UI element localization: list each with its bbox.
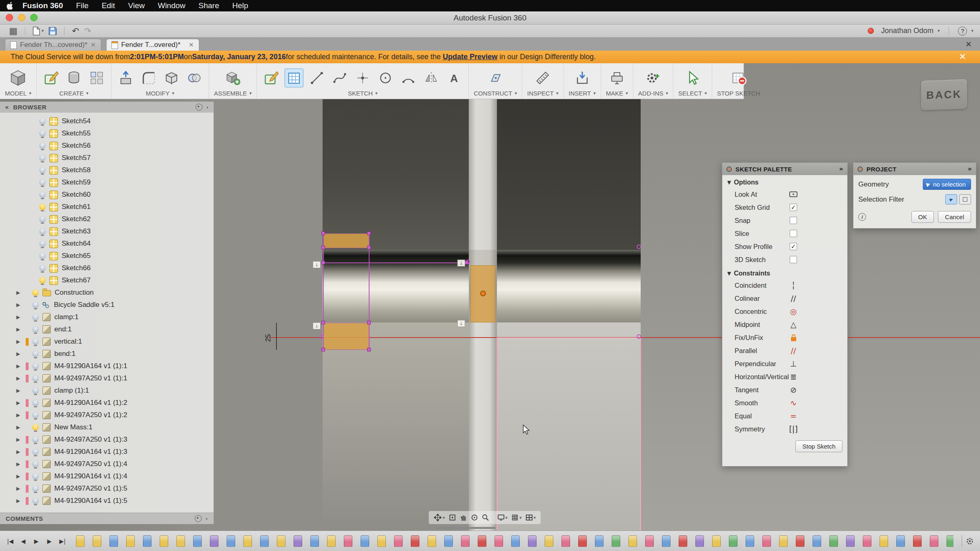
grid-and-snaps-icon[interactable]: ▾ bbox=[510, 512, 523, 523]
menu-item-edit[interactable]: Edit bbox=[95, 1, 122, 10]
sketch-handle[interactable] bbox=[367, 231, 371, 235]
ribbon-group-label[interactable]: MODEL▾ bbox=[5, 90, 31, 98]
coincident-constraint-icon[interactable]: ╎ bbox=[791, 281, 795, 290]
timeline-feature-item[interactable] bbox=[461, 535, 470, 547]
browser-item[interactable]: Sketch55 bbox=[0, 127, 214, 140]
model-workspace-icon[interactable] bbox=[5, 67, 31, 89]
timeline-feature-item[interactable] bbox=[779, 535, 788, 547]
visibility-bulb-icon[interactable] bbox=[32, 412, 39, 418]
fix-unfix-lock-icon[interactable] bbox=[791, 337, 796, 341]
make-icon[interactable] bbox=[608, 69, 626, 87]
timeline-step-back-button[interactable]: ◀ bbox=[18, 536, 29, 547]
visibility-bulb-icon[interactable] bbox=[32, 498, 39, 504]
palette-row[interactable]: Horizontal/Vertical≣ bbox=[722, 370, 847, 383]
palette-row[interactable]: Tangent⊘ bbox=[722, 383, 847, 396]
ribbon-group-label[interactable]: CREATE▾ bbox=[59, 90, 88, 98]
browser-item[interactable]: ▶M4-92497A250 v1 (1):1 bbox=[0, 372, 214, 384]
dimension-label[interactable]: 25 bbox=[264, 334, 272, 342]
select-cursor-icon[interactable] bbox=[683, 69, 702, 87]
palette-row[interactable]: Midpoint△ bbox=[722, 318, 847, 331]
visibility-bulb-icon[interactable] bbox=[39, 155, 46, 161]
timeline-feature-item[interactable] bbox=[160, 535, 168, 547]
palette-row[interactable]: Snap bbox=[722, 214, 847, 227]
text-icon[interactable]: A bbox=[445, 69, 463, 87]
ribbon-group-label[interactable]: MAKE▾ bbox=[606, 90, 628, 98]
navbar-scrollbar[interactable] bbox=[436, 527, 496, 529]
fillet-icon[interactable] bbox=[139, 69, 158, 87]
ribbon-group-label[interactable]: ADD-INS▾ bbox=[638, 90, 668, 98]
selection-filter-button-active[interactable] bbox=[945, 194, 957, 204]
cancel-button[interactable]: Cancel bbox=[938, 211, 971, 223]
menu-item-window[interactable]: Window bbox=[151, 1, 192, 10]
sketch-line[interactable] bbox=[323, 262, 469, 263]
visibility-bulb-icon[interactable] bbox=[32, 449, 39, 455]
visibility-bulb-icon[interactable] bbox=[39, 179, 46, 186]
expand-arrow-icon[interactable]: ▶ bbox=[16, 290, 22, 295]
orbit-icon[interactable] bbox=[470, 512, 479, 523]
sketch-endpoint[interactable] bbox=[466, 260, 470, 264]
stop-sketch-icon[interactable] bbox=[729, 69, 748, 87]
circle-icon[interactable] bbox=[376, 69, 395, 87]
browser-item[interactable]: Sketch62 bbox=[0, 213, 214, 225]
comments-add-icon[interactable] bbox=[195, 515, 202, 522]
browser-item[interactable]: Sketch61 bbox=[0, 201, 214, 213]
ribbon-group-label[interactable]: INSPECT▾ bbox=[527, 90, 559, 98]
comments-bar[interactable]: COMMENTS › bbox=[0, 513, 214, 524]
timeline-feature-item[interactable] bbox=[494, 535, 503, 547]
sketch-handle[interactable] bbox=[321, 321, 325, 324]
banner-close-icon[interactable]: ✕ bbox=[959, 52, 966, 62]
constraint-marker-icon[interactable]: ⊥ bbox=[313, 261, 321, 268]
zoom-window-button[interactable] bbox=[30, 14, 38, 21]
pan-icon[interactable]: ▾ bbox=[433, 512, 446, 523]
visibility-bulb-icon[interactable] bbox=[39, 167, 46, 173]
equal-constraint-icon[interactable]: = bbox=[790, 411, 797, 420]
ribbon-group-label[interactable]: SKETCH▾ bbox=[348, 90, 377, 98]
ok-button[interactable]: OK bbox=[911, 211, 934, 223]
browser-item[interactable]: Sketch64 bbox=[0, 238, 214, 250]
timeline-feature-item[interactable] bbox=[628, 535, 637, 547]
browser-item[interactable]: Sketch56 bbox=[0, 140, 214, 152]
info-icon[interactable]: i bbox=[858, 213, 866, 221]
timeline-feature-item[interactable] bbox=[377, 535, 386, 547]
timeline-feature-item[interactable] bbox=[176, 535, 185, 547]
browser-item[interactable]: ▶M4-91290A164 v1 (1):1 bbox=[0, 360, 214, 372]
browser-item[interactable]: ▶end:1 bbox=[0, 323, 214, 335]
timeline-feature-item[interactable] bbox=[227, 535, 235, 547]
sketch-handle[interactable] bbox=[321, 261, 325, 264]
smooth-constraint-icon[interactable]: ∿ bbox=[790, 398, 797, 407]
timeline-feature-item[interactable] bbox=[813, 535, 821, 547]
create-pattern-icon[interactable] bbox=[87, 69, 106, 87]
measure-icon[interactable] bbox=[533, 69, 552, 87]
save-icon[interactable] bbox=[49, 27, 57, 35]
zoom-icon[interactable] bbox=[481, 512, 490, 523]
browser-item[interactable]: Sketch57 bbox=[0, 152, 214, 164]
browser-item[interactable]: Sketch63 bbox=[0, 225, 214, 238]
help-icon[interactable]: ? bbox=[958, 27, 967, 36]
timeline-feature-item[interactable] bbox=[361, 535, 369, 547]
timeline-feature-item[interactable] bbox=[712, 535, 721, 547]
midpoint-constraint-icon[interactable]: △ bbox=[791, 320, 797, 329]
menu-item-file[interactable]: File bbox=[69, 1, 95, 10]
timeline-feature-item[interactable] bbox=[344, 535, 352, 547]
apple-menu-icon[interactable] bbox=[7, 2, 13, 10]
menu-item-share[interactable]: Share bbox=[192, 1, 226, 10]
visibility-bulb-icon[interactable] bbox=[39, 277, 46, 284]
fit-icon[interactable] bbox=[448, 512, 457, 523]
palette-row[interactable]: Look At bbox=[722, 188, 847, 201]
highlighted-profile-top[interactable] bbox=[323, 233, 369, 248]
timeline-feature-item[interactable] bbox=[545, 535, 553, 547]
expand-arrow-icon[interactable]: ▶ bbox=[16, 351, 22, 357]
sketch-handle[interactable] bbox=[367, 246, 371, 249]
timeline-feature-item[interactable] bbox=[947, 535, 953, 547]
browser-item[interactable]: Sketch66 bbox=[0, 262, 214, 274]
tangent-constraint-icon[interactable]: ⊘ bbox=[790, 385, 797, 394]
timeline-feature-item[interactable] bbox=[210, 535, 218, 547]
sketch-line[interactable] bbox=[369, 233, 370, 350]
undo-icon[interactable]: ↶ bbox=[72, 26, 79, 36]
display-settings-icon[interactable]: ▾ bbox=[497, 512, 509, 523]
timeline-go-end-button[interactable]: ▶| bbox=[57, 536, 68, 547]
sketch-endpoint[interactable] bbox=[637, 334, 641, 339]
document-tab[interactable]: Fender Th...covered)* ✕ bbox=[5, 39, 101, 51]
pan-hand-icon[interactable] bbox=[459, 512, 468, 523]
visibility-bulb-icon[interactable] bbox=[39, 130, 46, 137]
